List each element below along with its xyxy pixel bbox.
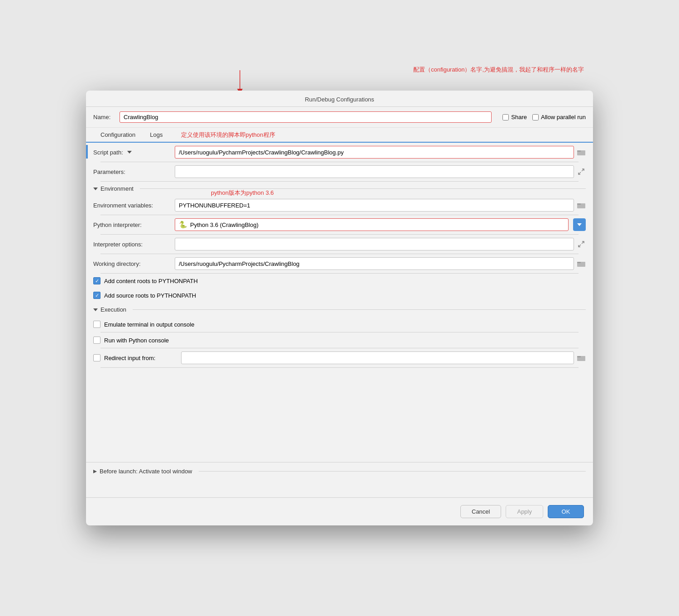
script-path-dropdown[interactable] [125,148,134,157]
python-interpreter-field: 🐍 Python 3.6 (CrawlingBlog) [175,218,586,231]
apply-button[interactable]: Apply [506,505,543,518]
parameters-expand-icon[interactable] [577,167,586,176]
svg-rect-13 [577,262,581,263]
top-annotation: 配置（configuration）名字,为避免搞混，我起了和程序一样的名字 [413,66,584,74]
working-dir-label: Working directory: [93,260,175,267]
add-source-roots-label: Add source roots to PYTHONPATH [104,292,196,299]
before-launch-header[interactable]: Before launch: Activate tool window [93,468,586,475]
run-debug-dialog: Run/Debug Configurations Name: Share All… [86,91,593,525]
working-dir-field [175,257,586,270]
cancel-button[interactable]: Cancel [460,505,501,518]
environment-section-header[interactable]: Environment [86,182,593,196]
redirect-input-field [181,351,586,364]
python-interpreter-label: Python interpreter: [93,221,175,228]
parallel-group: Allow parallel run [532,114,586,120]
add-source-roots-checkbox[interactable] [93,292,100,299]
redirect-input-row: Redirect input from: [93,348,586,367]
name-label: Name: [93,114,116,120]
python-interpreter-value: Python 3.6 (CrawlingBlog) [190,221,258,228]
add-source-roots-row: Add source roots to PYTHONPATH [86,288,593,303]
svg-rect-16 [577,356,581,357]
before-launch-divider [199,471,586,472]
name-row: Name: Share Allow parallel run [86,107,593,128]
script-path-label: Script path: [93,148,175,157]
share-group: Share [502,114,527,120]
env-vars-row: Environment variables: python版本为python 3… [93,196,586,215]
parameters-row: Parameters: [93,162,586,181]
script-path-input[interactable] [175,146,574,159]
form-body: Script path: [86,143,593,182]
redirect-input-input[interactable] [181,351,574,364]
working-dir-input[interactable] [175,257,574,270]
name-options: Share Allow parallel run [502,114,586,120]
execution-section-header[interactable]: Execution [86,303,593,317]
empty-space [86,368,593,458]
working-dir-folder-icon[interactable] [577,259,586,268]
redirect-input-folder-icon[interactable] [577,353,586,362]
interpreter-options-expand-icon[interactable] [577,240,586,249]
interpreter-options-label: Interpreter options: [93,241,175,248]
parameters-label: Parameters: [93,168,175,175]
svg-rect-8 [577,203,581,205]
env-vars-input[interactable] [175,199,574,212]
svg-marker-9 [577,223,582,226]
main-content: Script path: [86,143,593,497]
env-vars-label: Environment variables: [93,202,175,209]
env-vars-field: python版本为python 3.6 [175,199,586,212]
emulate-terminal-checkbox[interactable] [93,321,100,328]
interpreter-options-input[interactable] [175,238,574,250]
tab-logs[interactable]: Logs [143,128,170,143]
python-icon: 🐍 [179,221,187,229]
before-launch-label: Before launch: Activate tool window [100,468,192,475]
emulate-terminal-label: Emulate terminal in output console [104,321,194,328]
share-label: Share [511,114,527,120]
python-interpreter-display: 🐍 Python 3.6 (CrawlingBlog) [175,218,569,231]
tab-configuration[interactable]: Configuration [93,128,143,143]
ok-button[interactable]: OK [548,505,584,518]
interpreter-options-row: Interpreter options: [93,235,586,254]
parameters-input[interactable] [175,165,574,178]
exec-divider [133,309,586,310]
python-version-annotation: python版本为python 3.6 [211,189,274,197]
emulate-terminal-row: Emulate terminal in output console [93,317,586,332]
add-content-roots-row: Add content roots to PYTHONPATH [86,274,593,288]
exec-body: Emulate terminal in output console Run w… [86,317,593,368]
python-interpreter-row: Python interpreter: 🐍 Python 3.6 (Crawli… [93,215,586,234]
run-python-console-row: Run with Python console [93,332,586,348]
env-divider [140,188,586,189]
left-accent [86,145,88,159]
parallel-checkbox[interactable] [532,114,539,120]
name-input[interactable] [120,111,492,123]
env-body: Environment variables: python版本为python 3… [86,196,593,274]
add-content-roots-label: Add content roots to PYTHONPATH [104,278,198,284]
run-python-console-checkbox[interactable] [93,337,100,344]
svg-marker-17 [93,470,97,473]
add-content-roots-checkbox[interactable] [93,277,100,284]
env-annotation: 定义使用该环境的脚本即python程序 [181,131,275,139]
footer: Cancel Apply OK [86,497,593,525]
before-launch-expand-icon [93,470,97,473]
tabs-row: Configuration Logs 定义使用该环境的脚本即python程序 [86,128,593,143]
env-vars-folder-icon[interactable] [577,201,586,210]
redirect-input-checkbox[interactable] [93,354,100,361]
script-path-row: Script path: [93,143,586,162]
before-launch-section: Before launch: Activate tool window [86,462,593,480]
svg-rect-3 [577,150,581,152]
run-python-console-label: Run with Python console [104,337,169,344]
parallel-label: Allow parallel run [541,114,586,120]
script-path-folder-icon[interactable] [577,148,586,157]
share-checkbox[interactable] [502,114,509,120]
redirect-input-label: Redirect input from: [104,355,181,361]
svg-marker-14 [93,308,98,311]
exec-collapse-icon [93,308,98,312]
python-interpreter-dropdown[interactable] [573,218,586,231]
working-dir-row: Working directory: [93,254,586,273]
parameters-field [175,165,586,178]
svg-marker-6 [93,188,98,190]
script-path-field [175,146,586,159]
interpreter-options-field [175,238,586,250]
env-collapse-icon [93,187,98,191]
dialog-title: Run/Debug Configurations [86,91,593,107]
svg-marker-1 [127,151,132,154]
